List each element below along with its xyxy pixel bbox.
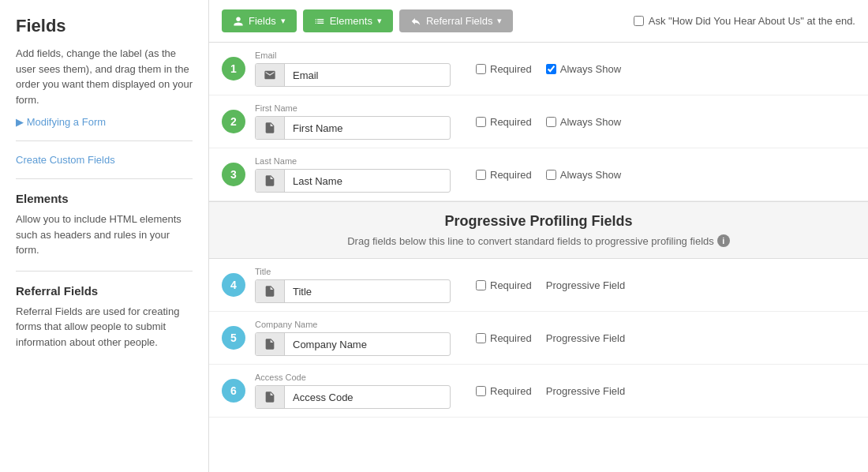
required-label: Required (490, 385, 532, 397)
required-checkbox[interactable] (476, 117, 486, 127)
referral-desc: Referral Fields are used for creating fo… (16, 304, 193, 350)
referral-fields-button-label: Referral Fields (426, 15, 493, 27)
sidebar: Fields Add fields, change the label (as … (0, 0, 209, 472)
field-input-wrap: Company Name (255, 320, 451, 356)
fields-area: 1EmailRequiredAlways Show2First NameRequ… (209, 43, 868, 472)
always-show-option[interactable]: Always Show (546, 169, 621, 181)
field-number: 4 (222, 273, 245, 297)
elements-button[interactable]: Elements (303, 9, 393, 32)
always-show-label: Always Show (560, 169, 621, 181)
field-input-wrap: Last Name (255, 156, 451, 193)
table-row: 2First NameRequiredAlways Show (209, 96, 868, 148)
fields-button-label: Fields (249, 15, 276, 27)
progressive-subtitle: Drag fields below this line to convert s… (222, 234, 855, 247)
ask-label: Ask "How Did You Hear About Us" at the e… (649, 15, 855, 27)
table-row: 6Access CodeRequiredProgressive Field (209, 365, 868, 418)
required-option[interactable]: Required (476, 63, 532, 75)
field-options: RequiredProgressive Field (476, 332, 625, 344)
referral-heading: Referral Fields (16, 284, 193, 298)
required-option[interactable]: Required (476, 279, 532, 291)
progressive-header: Progressive Profiling Fields Drag fields… (209, 201, 868, 259)
field-label: Company Name (255, 320, 451, 329)
elements-desc: Allow you to include HTML elements such … (16, 212, 193, 258)
info-icon[interactable]: i (717, 234, 730, 247)
field-input-wrap: Access Code (255, 373, 451, 409)
field-input-wrap: Email (255, 51, 451, 87)
field-input-box (255, 279, 451, 303)
ask-checkbox[interactable] (634, 16, 644, 26)
field-value-input[interactable] (285, 118, 450, 139)
divider-2 (16, 178, 193, 179)
required-option[interactable]: Required (476, 116, 532, 128)
table-row: 4TitleRequiredProgressive Field (209, 259, 868, 312)
required-label: Required (490, 116, 532, 128)
progressive-title: Progressive Profiling Fields (222, 213, 855, 230)
field-number: 6 (222, 379, 245, 403)
field-label: Email (255, 51, 451, 60)
always-show-label: Always Show (560, 116, 621, 128)
field-type-icon (256, 170, 285, 192)
field-number: 5 (222, 326, 245, 350)
required-checkbox[interactable] (476, 170, 486, 180)
field-type-icon (256, 117, 285, 139)
field-number: 3 (222, 163, 245, 186)
field-input-box (255, 63, 451, 87)
field-options: RequiredAlways Show (476, 116, 621, 128)
progressive-field-label: Progressive Field (546, 279, 625, 291)
field-value-input[interactable] (285, 334, 450, 355)
required-option[interactable]: Required (476, 385, 532, 397)
field-input-box (255, 332, 451, 356)
always-show-option[interactable]: Always Show (546, 116, 621, 128)
field-number: 1 (222, 57, 245, 81)
fields-button[interactable]: Fields (222, 9, 297, 32)
required-checkbox[interactable] (476, 333, 486, 343)
progressive-field-label: Progressive Field (546, 332, 625, 344)
field-input-box (255, 116, 451, 140)
modifying-form-link[interactable]: ▶ Modifying a Form (16, 116, 106, 128)
divider-1 (16, 140, 193, 141)
required-checkbox[interactable] (476, 386, 486, 396)
progressive-field-label: Progressive Field (546, 385, 625, 397)
field-value-input[interactable] (285, 281, 450, 302)
always-show-label: Always Show (560, 63, 621, 75)
field-options: RequiredProgressive Field (476, 385, 625, 397)
field-value-input[interactable] (285, 387, 450, 408)
field-label: Access Code (255, 373, 451, 382)
field-label: Last Name (255, 156, 451, 166)
field-input-box (255, 169, 451, 193)
required-option[interactable]: Required (476, 169, 532, 181)
required-checkbox[interactable] (476, 64, 486, 74)
required-label: Required (490, 332, 532, 344)
field-label: Title (255, 267, 451, 276)
field-options: RequiredProgressive Field (476, 279, 625, 291)
always-show-checkbox[interactable] (546, 64, 556, 74)
table-row: 3Last NameRequiredAlways Show (209, 148, 868, 201)
field-options: RequiredAlways Show (476, 63, 621, 75)
required-label: Required (490, 279, 532, 291)
always-show-checkbox[interactable] (546, 117, 556, 127)
field-type-icon (256, 280, 285, 302)
arrow-icon: ▶ (16, 116, 24, 128)
required-label: Required (490, 169, 532, 181)
field-type-icon (256, 386, 285, 408)
field-label: First Name (255, 103, 451, 113)
field-type-icon (256, 64, 285, 86)
sidebar-title: Fields (16, 16, 193, 36)
field-options: RequiredAlways Show (476, 169, 621, 181)
required-checkbox[interactable] (476, 280, 486, 290)
field-input-wrap: First Name (255, 103, 451, 140)
field-input-wrap: Title (255, 267, 451, 303)
field-number: 2 (222, 110, 245, 133)
always-show-option[interactable]: Always Show (546, 63, 621, 75)
referral-fields-button[interactable]: Referral Fields (399, 9, 514, 32)
field-value-input[interactable] (285, 170, 450, 192)
field-value-input[interactable] (285, 65, 450, 86)
create-custom-fields-link[interactable]: Create Custom Fields (16, 154, 193, 166)
elements-button-label: Elements (330, 15, 372, 27)
required-option[interactable]: Required (476, 332, 532, 344)
toolbar: Fields Elements Referral Fields Ask "How… (209, 0, 868, 43)
sidebar-description: Add fields, change the label (as the use… (16, 46, 193, 107)
field-type-icon (256, 333, 285, 355)
main-content: Fields Elements Referral Fields Ask "How… (209, 0, 868, 472)
always-show-checkbox[interactable] (546, 170, 556, 180)
